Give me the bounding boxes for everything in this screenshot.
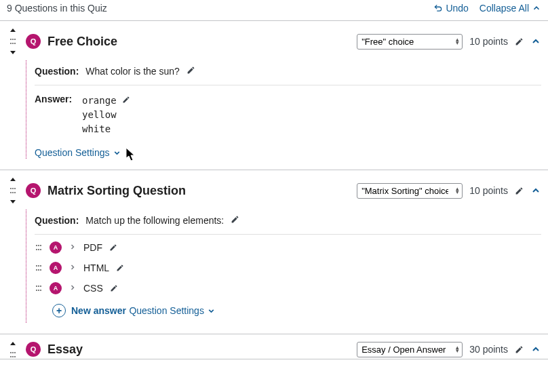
question-label: Question: [35, 215, 79, 226]
move-down-button[interactable] [9, 48, 17, 56]
drag-handle-icon[interactable] [9, 187, 17, 195]
svg-point-16 [38, 249, 39, 250]
drag-handle-icon[interactable] [35, 243, 43, 252]
drag-handle-icon[interactable] [9, 37, 17, 45]
edit-points-button[interactable] [515, 345, 524, 354]
drag-handle-icon[interactable] [35, 264, 43, 272]
plus-circle-icon: + [52, 304, 66, 317]
svg-point-24 [36, 286, 37, 287]
answer-row: A HTML [35, 258, 541, 278]
points-label: 10 points [469, 36, 508, 47]
question-badge-icon: Q [26, 342, 41, 357]
move-up-button[interactable] [9, 176, 17, 184]
question-count: 9 Questions in this Quiz [7, 3, 107, 14]
answer-label: Answer: [35, 94, 75, 104]
answer-badge-icon: A [50, 241, 62, 254]
undo-button[interactable]: Undo [433, 3, 468, 14]
edit-points-button[interactable] [515, 37, 524, 46]
question-type-select[interactable]: "Matrix Sorting" choice [357, 183, 463, 199]
svg-point-3 [10, 43, 12, 44]
drag-handle-icon[interactable] [9, 351, 17, 359]
question-type-select[interactable]: "Free" choice [357, 34, 463, 50]
move-controls [7, 26, 19, 56]
edit-question-button[interactable] [231, 215, 239, 224]
question-title: Matrix Sorting Question [47, 184, 186, 198]
edit-answer-button[interactable] [110, 284, 118, 292]
question-badge-icon: Q [26, 183, 41, 198]
undo-icon [433, 3, 443, 13]
chevron-down-icon [113, 149, 121, 157]
answer-text: PDF [83, 242, 102, 253]
question-block: Q Matrix Sorting Question "Matrix Sortin… [0, 170, 548, 334]
collapse-button[interactable] [530, 36, 541, 47]
svg-point-4 [12, 43, 14, 44]
svg-point-28 [38, 290, 39, 291]
answer-row: A PDF [35, 237, 541, 258]
svg-point-15 [36, 249, 37, 250]
edit-answer-button[interactable] [116, 264, 124, 272]
svg-point-9 [10, 192, 12, 193]
move-controls [7, 176, 19, 205]
move-down-button[interactable] [9, 197, 17, 205]
question-badge-icon: Q [26, 34, 41, 49]
move-controls [7, 340, 19, 359]
drag-handle-icon[interactable] [35, 284, 43, 292]
svg-point-1 [12, 39, 14, 40]
question-type-select[interactable]: Essay / Open Answer [357, 342, 463, 357]
edit-answer-button[interactable] [109, 243, 117, 252]
svg-point-6 [10, 188, 12, 189]
svg-point-14 [40, 245, 41, 246]
chevron-down-icon [207, 307, 216, 315]
svg-point-35 [14, 356, 16, 357]
question-settings-button[interactable]: Question Settings [129, 300, 216, 316]
quiz-header: 9 Questions in this Quiz Undo Collapse A… [0, 0, 548, 21]
question-title: Essay [47, 342, 83, 357]
question-text: What color is the sun? [85, 66, 180, 77]
collapse-button[interactable] [530, 185, 541, 196]
question-settings-button[interactable]: Question Settings [35, 142, 121, 158]
move-up-button[interactable] [9, 26, 17, 35]
chevron-right-icon [68, 241, 77, 254]
svg-point-33 [10, 356, 12, 357]
svg-point-21 [36, 269, 37, 271]
svg-point-31 [12, 352, 14, 353]
svg-point-25 [38, 286, 39, 287]
question-text: Match up the following elements: [85, 215, 224, 226]
svg-point-12 [36, 245, 37, 246]
chevron-up-icon [532, 3, 541, 13]
svg-point-22 [38, 269, 39, 271]
svg-point-20 [40, 265, 41, 267]
collapse-button[interactable] [530, 344, 541, 355]
question-label: Question: [35, 66, 79, 77]
svg-point-34 [12, 356, 14, 357]
answer-row: A CSS [35, 278, 541, 298]
edit-answer-button[interactable] [122, 96, 130, 104]
question-block: Q Free Choice "Free" choice ▴▾ 10 points… [0, 21, 548, 170]
new-answer-button[interactable]: + New answer [52, 298, 126, 323]
svg-point-18 [36, 265, 37, 267]
svg-point-2 [14, 39, 16, 40]
svg-point-11 [14, 192, 16, 193]
move-up-button[interactable] [9, 340, 17, 348]
svg-point-30 [10, 352, 12, 353]
chevron-right-icon [68, 282, 77, 294]
svg-point-26 [40, 286, 41, 287]
svg-point-10 [12, 192, 14, 193]
question-title: Free Choice [47, 35, 117, 49]
answer-badge-icon: A [50, 282, 62, 294]
answer-text: HTML [83, 262, 109, 273]
answer-badge-icon: A [50, 262, 62, 274]
edit-points-button[interactable] [515, 187, 524, 195]
svg-point-19 [38, 265, 39, 267]
svg-point-13 [38, 245, 39, 246]
answer-list: orange yellow white [82, 94, 130, 136]
edit-question-button[interactable] [187, 66, 195, 75]
svg-point-32 [14, 352, 16, 353]
question-block: Q Essay Essay / Open Answer ▴▾ 30 points [0, 334, 548, 359]
svg-point-7 [12, 188, 14, 189]
points-label: 10 points [469, 185, 508, 196]
svg-point-27 [36, 290, 37, 291]
collapse-all-button[interactable]: Collapse All [480, 3, 541, 14]
points-label: 30 points [469, 344, 508, 355]
svg-point-0 [10, 39, 12, 40]
